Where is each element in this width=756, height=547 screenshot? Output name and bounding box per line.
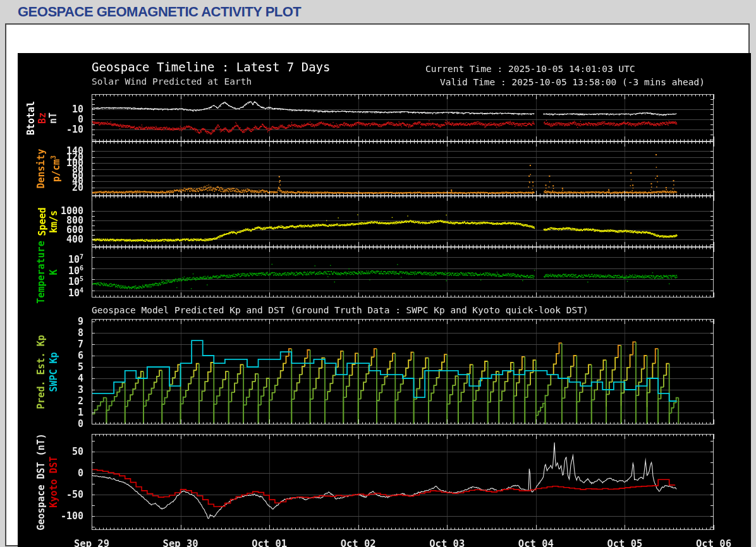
- chart-canvas: [18, 53, 751, 547]
- chart-title: Geospace Timeline : Latest 7 Days: [92, 60, 331, 74]
- page: GEOSPACE GEOMAGNETIC ACTIVITY PLOT Geosp…: [0, 0, 756, 547]
- xtick-oct-02: Oct 02: [327, 538, 390, 547]
- ylabel-swpc-kp: SWPC Kp: [47, 318, 60, 426]
- plot-frame: Geospace Timeline : Latest 7 Days Curren…: [5, 23, 750, 546]
- xtick-oct-01: Oct 01: [238, 538, 301, 547]
- ylabel-geospace-dst-nt-: Geospace DST (nT): [35, 428, 47, 536]
- xtick-sep-30: Sep 30: [149, 538, 212, 547]
- ylabel-kyoto-dst: Kyoto DST: [47, 428, 60, 536]
- ylabel-k: K: [47, 219, 60, 326]
- xtick-oct-04: Oct 04: [504, 538, 568, 547]
- solar-wind-subtitle: Solar Wind Predicted at Earth: [92, 76, 252, 87]
- xtick-oct-06: Oct 06: [682, 538, 745, 547]
- ylabel-temperature: Temperature: [35, 219, 47, 326]
- current-time-label: Current Time : 2025-10-05 14:01:03 UTC: [425, 64, 635, 74]
- kp-dst-section-title: Geospace Model Predicted Kp and DST (Gro…: [92, 305, 588, 315]
- xtick-oct-05: Oct 05: [593, 538, 656, 547]
- plot-image: Geospace Timeline : Latest 7 Days Curren…: [18, 53, 751, 547]
- xtick-sep-29: Sep 29: [60, 538, 123, 547]
- page-title: GEOSPACE GEOMAGNETIC ACTIVITY PLOT: [18, 4, 301, 20]
- xtick-oct-03: Oct 03: [415, 538, 479, 547]
- ylabel-pred-est-kp: Pred. Est. Kp: [35, 318, 47, 426]
- valid-time-label: Valid Time : 2025-10-05 13:58:00 (-3 min…: [440, 77, 705, 87]
